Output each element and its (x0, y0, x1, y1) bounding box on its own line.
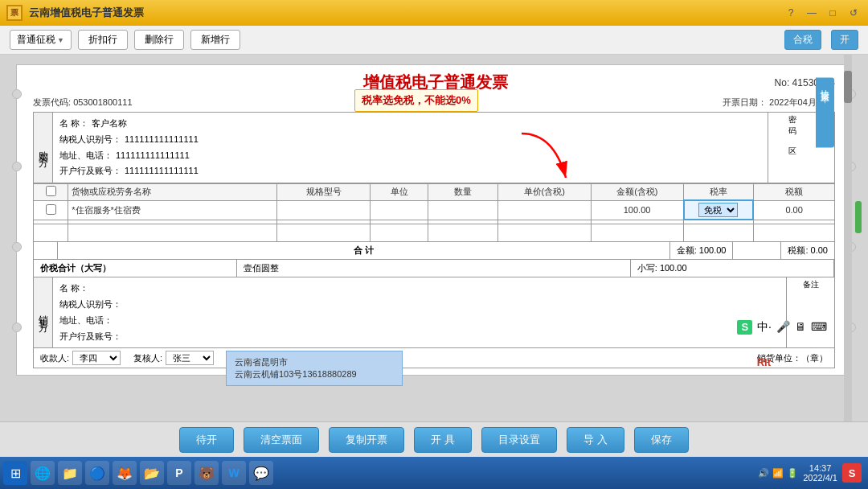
clock-date: 2022/4/1 (803, 473, 837, 483)
buyer-address-value: 111111111111111 (116, 148, 190, 164)
hole-punch-2 (12, 162, 22, 171)
clear-button[interactable]: 清空票面 (244, 427, 319, 453)
select-all-checkbox[interactable] (46, 186, 56, 196)
chrome-icon: 🔵 (89, 466, 105, 481)
discount-row-button[interactable]: 折扣行 (78, 30, 128, 50)
taskbar-icon-word[interactable]: W (222, 461, 246, 485)
scroll-thumb[interactable] (844, 71, 852, 103)
window-controls: ? — □ ↺ (783, 5, 862, 21)
summary-tax-label: 税额: (788, 245, 808, 255)
tax-amount-cell[interactable]: 0.00 (753, 200, 834, 220)
buyer-right-label1: 密 (788, 114, 796, 125)
seller-section: 销售方 名 称： 纳税人识别号： 地址、电话： 开户行及账号： (33, 277, 835, 348)
seller-address-row: 地址、电话： (59, 313, 780, 329)
invoice-date-label: 开票日期： (723, 97, 767, 107)
seller-taxid-label: 纳税人识别号： (59, 297, 121, 313)
taskbar-icon-firefox[interactable]: 🦊 (113, 461, 137, 485)
taskbar-icon-folder[interactable]: 📁 (58, 461, 82, 485)
buyer-address-label: 地址、电话： (59, 148, 113, 164)
taskbar-icon-p[interactable]: P (167, 461, 191, 485)
hole-punch-3 (12, 242, 22, 252)
catalog-button[interactable]: 目录设置 (481, 427, 557, 453)
quick-invoice-button[interactable]: 快捷票单 (816, 77, 834, 147)
buyer-taxid-label: 纳税人识别号： (59, 132, 121, 148)
seller-note-label: 备注 (803, 279, 819, 290)
s-tray-icon: S (849, 467, 856, 479)
table-row: *住宿服务*住宿费 100.00 免税 0% 3% 6% (34, 200, 835, 220)
tax-rate-select[interactable]: 免税 0% 3% 6% 9% 13% (698, 203, 738, 217)
taskbar-left: ⊞ 🌐 📁 🔵 🦊 📂 P 🐻 W 💬 (0, 461, 273, 485)
seller-bank-label: 开户行及账号： (59, 329, 121, 345)
taskbar-icon-chrome[interactable]: 🔵 (85, 461, 109, 485)
receiver-select[interactable]: 李四 (72, 351, 121, 365)
add-row-button[interactable]: 新增行 (190, 30, 240, 50)
copy-button[interactable]: 复制开票 (329, 427, 404, 453)
start-button[interactable]: ⊞ (3, 461, 27, 485)
buyer-label: 购买方 (34, 113, 53, 183)
unit-cell[interactable] (371, 200, 428, 220)
scrollbar[interactable] (844, 55, 852, 421)
col-tax-amount: 税额 (753, 184, 834, 201)
amount-cell[interactable]: 100.00 (591, 200, 684, 220)
row-checkbox[interactable] (46, 204, 56, 215)
keyboard-icon: ⌨ (811, 320, 827, 335)
minimize-button[interactable]: — (804, 5, 820, 21)
s-icon: S (737, 320, 752, 335)
seller-label: 销售方 (34, 277, 53, 347)
issue-button[interactable]: 开 具 (414, 427, 472, 453)
maximize-button[interactable]: □ (825, 5, 841, 21)
buyer-name-value: 客户名称 (92, 116, 127, 132)
close-button[interactable]: ↺ (845, 5, 862, 21)
reviewer-select[interactable]: 张三 (166, 351, 214, 365)
invoice-code-value: 053001800111 (73, 97, 132, 107)
reviewer-field: 复核人: 张三 (133, 351, 214, 365)
unit-price-cell[interactable] (497, 200, 591, 220)
col-goods-name: 货物或应税劳务名称 (68, 184, 277, 201)
receiver-label: 收款人: (40, 352, 69, 364)
taskbar-icon-wechat[interactable]: 💬 (249, 461, 273, 485)
taskbar-icon-ie[interactable]: 🌐 (31, 461, 55, 485)
taskbar-s-icon[interactable]: S (842, 463, 862, 483)
hole-punch-1 (12, 89, 22, 99)
qty-cell[interactable] (428, 200, 498, 220)
invoice-type-dropdown[interactable]: 普通征税 ▼ (10, 30, 72, 50)
word-icon: W (228, 466, 239, 479)
empty-row-2 (34, 224, 835, 242)
taskbar-icon-bear[interactable]: 🐻 (194, 461, 219, 485)
help-button[interactable]: ? (783, 5, 799, 21)
seller-name-label: 名 称： (59, 281, 88, 297)
delete-row-button[interactable]: 删除行 (134, 30, 184, 50)
spec-cell[interactable] (277, 200, 371, 220)
system-tray: 🔊 📶 🔋 (758, 468, 798, 479)
taskbar: ⊞ 🌐 📁 🔵 🦊 📂 P 🐻 W 💬 🔊 (0, 457, 868, 489)
summary-tax: 税额: 0.00 (781, 242, 834, 259)
clock-time: 14:37 (803, 463, 837, 473)
summary-taxrate-pad (733, 242, 781, 259)
pending-button[interactable]: 待开 (179, 427, 234, 453)
seller-fields: 名 称： 纳税人识别号： 地址、电话： 开户行及账号： (53, 277, 786, 347)
summary-pad (34, 242, 58, 259)
buyer-name-label: 名 称： (59, 116, 88, 132)
taskbar-icon-files[interactable]: 📂 (140, 461, 164, 485)
buyer-address-row: 地址、电话： 111111111111111 (59, 148, 761, 164)
price-total-label: 价税合计（大写） (34, 260, 237, 277)
buyer-bank-value: 111111111111111 (125, 163, 199, 179)
buyer-taxid-value: 111111111111111 (125, 132, 199, 148)
taskbar-clock: 14:37 2022/4/1 (803, 463, 837, 483)
tax-button[interactable]: 合税 (784, 30, 821, 50)
goods-name-cell[interactable]: *住宿服务*住宿费 (68, 200, 277, 220)
buyer-bank-row: 开户行及账号： 111111111111111 (59, 163, 761, 179)
center-icon: 中· (757, 320, 772, 335)
seller-popup-line1: 云南省昆明市 (235, 356, 394, 368)
start-icon: ⊞ (10, 466, 21, 481)
col-spec: 规格型号 (277, 184, 371, 201)
seller-popup-line2: 云南云机铺103号13618880289 (235, 368, 394, 380)
save-button[interactable]: 保存 (634, 427, 689, 453)
col-amount: 金额(含税) (591, 184, 684, 201)
buyer-taxid-row: 纳税人识别号： 111111111111111 (59, 132, 761, 148)
open-button[interactable]: 开 (831, 30, 858, 50)
green-indicator (855, 201, 862, 233)
import-button[interactable]: 导 入 (567, 427, 624, 453)
invoice-code-area: 发票代码: 053001800111 (33, 97, 133, 109)
tax-rate-cell[interactable]: 免税 0% 3% 6% 9% 13% (684, 200, 754, 220)
